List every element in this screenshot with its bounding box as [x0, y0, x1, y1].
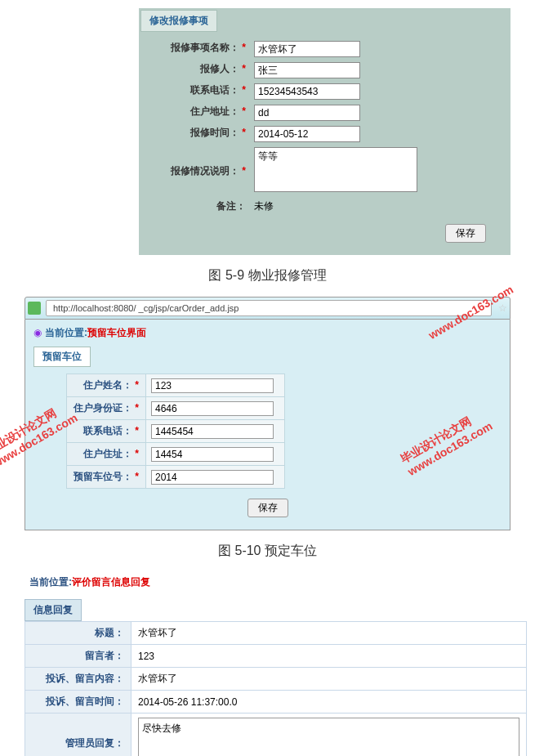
required-mark: * [135, 448, 139, 459]
remark-value: 未修 [251, 197, 421, 216]
content-value: 水管坏了 [132, 668, 527, 691]
parking-input[interactable] [151, 470, 274, 485]
required-mark: * [242, 127, 246, 138]
reply-form: 标题： 水管坏了 留言者： 123 投诉、留言内容： 水管坏了 投诉、留言时间：… [25, 621, 527, 756]
phone-input[interactable] [151, 424, 274, 439]
parking-form: 住户姓名： * 住户身份证： * 联系电话： * 住户住址： * 预留车位号： … [66, 374, 285, 489]
reply-textarea[interactable] [138, 718, 519, 756]
breadcrumb-label: 当前位置: [29, 576, 72, 588]
resident-id-input[interactable] [151, 401, 274, 416]
required-mark: * [135, 379, 139, 391]
time-label: 报修时间： [190, 127, 239, 138]
reply-label: 管理员回复： [25, 714, 132, 757]
resident-name-label: 住户姓名： [83, 379, 132, 391]
address-label: 住户住址： [83, 448, 132, 459]
panel-title: 修改报修事项 [140, 10, 217, 32]
repair-edit-panel: 修改报修事项 报修事项名称： * 报修人： * 联系电话： * 住户地址： * … [139, 8, 510, 255]
reporter-input[interactable] [254, 62, 360, 78]
phone-label: 联系电话： [190, 84, 239, 96]
panel-title: 信息回复 [25, 599, 82, 621]
desc-textarea[interactable] [254, 147, 417, 192]
address-input[interactable] [254, 105, 360, 121]
message-reply-panel: 当前位置:评价留言信息回复 信息回复 标题： 水管坏了 留言者： 123 投诉、… [25, 572, 527, 756]
required-mark: * [135, 425, 139, 436]
star-icon[interactable]: ☆ [498, 302, 507, 314]
reporter-label: 报修人： [200, 63, 239, 74]
content-label: 投诉、留言内容： [25, 668, 132, 691]
breadcrumb-label: 当前位置: [45, 327, 87, 338]
figure-caption-5-9: 图 5-9 物业报修管理 [0, 267, 535, 284]
remark-label: 备注： [216, 200, 246, 212]
breadcrumb-path: 评价留言信息回复 [72, 576, 150, 588]
time-input[interactable] [254, 126, 360, 142]
save-button[interactable]: 保存 [247, 499, 288, 517]
required-mark: * [242, 63, 246, 74]
required-mark: * [135, 471, 139, 482]
breadcrumb: ◉当前位置:预留车位界面 [33, 326, 502, 340]
author-value: 123 [132, 645, 527, 668]
breadcrumb-path: 预留车位界面 [87, 327, 146, 338]
address-label: 住户地址： [190, 105, 239, 117]
author-label: 留言者： [25, 645, 132, 668]
browser-icon [28, 302, 41, 315]
parking-label: 预留车位号： [74, 471, 132, 482]
address-input[interactable] [151, 447, 274, 462]
resident-id-label: 住户身份证： [74, 402, 132, 414]
title-label: 标题： [25, 622, 132, 645]
required-mark: * [135, 402, 139, 414]
title-value: 水管坏了 [132, 622, 527, 645]
required-mark: * [242, 84, 246, 96]
phone-label: 联系电话： [83, 425, 132, 436]
desc-label: 报修情况说明： [171, 165, 239, 177]
repair-name-label: 报修事项名称： [171, 42, 239, 53]
breadcrumb: 当前位置:评价留言信息回复 [25, 572, 527, 593]
time-label: 投诉、留言时间： [25, 691, 132, 714]
required-mark: * [242, 42, 246, 53]
browser-address-bar: http://localhost:8080/ _cg/jsp/carOrder_… [25, 297, 510, 320]
repair-form: 报修事项名称： * 报修人： * 联系电话： * 住户地址： * 报修时间： *… [167, 38, 421, 216]
figure-caption-5-10: 图 5-10 预定车位 [0, 543, 535, 560]
save-button[interactable]: 保存 [445, 224, 486, 243]
time-value: 2014-05-26 11:37:00.0 [132, 691, 527, 714]
resident-name-input[interactable] [151, 378, 274, 393]
tab-title: 预留车位 [33, 347, 91, 367]
required-mark: * [242, 105, 246, 117]
repair-name-input[interactable] [254, 41, 360, 57]
required-mark: * [242, 165, 246, 177]
phone-input[interactable] [254, 83, 360, 100]
bullet-icon: ◉ [33, 327, 42, 338]
url-input[interactable]: http://localhost:8080/ _cg/jsp/carOrder_… [46, 300, 492, 316]
parking-reserve-panel: http://localhost:8080/ _cg/jsp/carOrder_… [25, 297, 510, 530]
